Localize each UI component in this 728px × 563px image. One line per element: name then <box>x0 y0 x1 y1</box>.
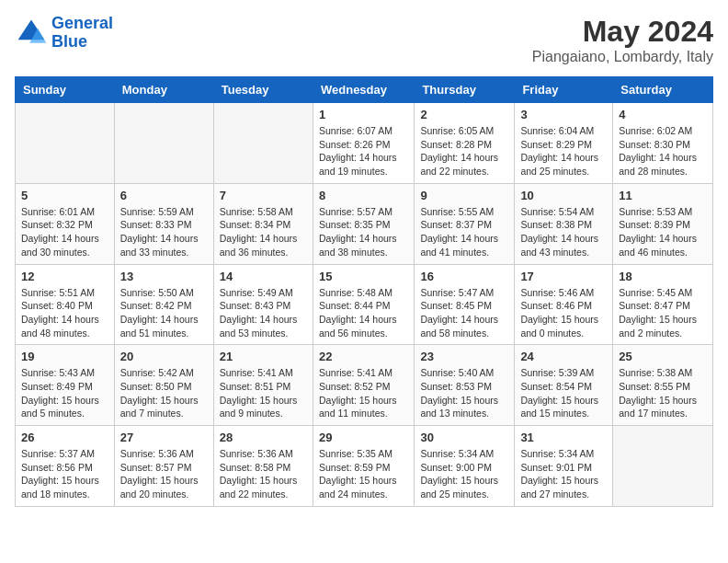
day-info: Sunrise: 6:01 AM Sunset: 8:32 PM Dayligh… <box>21 205 108 259</box>
day-info: Sunrise: 5:48 AM Sunset: 8:44 PM Dayligh… <box>319 286 408 340</box>
day-cell: 22Sunrise: 5:41 AM Sunset: 8:52 PM Dayli… <box>313 345 414 426</box>
day-number: 14 <box>220 270 307 283</box>
week-row-5: 26Sunrise: 5:37 AM Sunset: 8:56 PM Dayli… <box>16 426 713 507</box>
day-info: Sunrise: 5:35 AM Sunset: 8:59 PM Dayligh… <box>319 447 408 501</box>
day-info: Sunrise: 5:47 AM Sunset: 8:45 PM Dayligh… <box>420 286 508 340</box>
day-number: 23 <box>420 350 508 363</box>
day-cell: 3Sunrise: 6:04 AM Sunset: 8:29 PM Daylig… <box>515 103 613 184</box>
day-cell <box>613 426 713 507</box>
day-info: Sunrise: 5:54 AM Sunset: 8:38 PM Dayligh… <box>520 205 607 259</box>
week-row-4: 19Sunrise: 5:43 AM Sunset: 8:49 PM Dayli… <box>16 345 713 426</box>
day-cell: 6Sunrise: 5:59 AM Sunset: 8:33 PM Daylig… <box>114 183 213 264</box>
day-number: 6 <box>120 189 208 202</box>
day-cell: 27Sunrise: 5:36 AM Sunset: 8:57 PM Dayli… <box>114 426 213 507</box>
day-cell: 8Sunrise: 5:57 AM Sunset: 8:35 PM Daylig… <box>313 183 414 264</box>
weekday-header-tuesday: Tuesday <box>213 77 313 103</box>
day-info: Sunrise: 5:55 AM Sunset: 8:37 PM Dayligh… <box>420 205 508 259</box>
day-info: Sunrise: 5:38 AM Sunset: 8:55 PM Dayligh… <box>619 366 707 420</box>
day-number: 5 <box>21 189 108 202</box>
day-cell: 7Sunrise: 5:58 AM Sunset: 8:34 PM Daylig… <box>213 183 313 264</box>
day-cell: 11Sunrise: 5:53 AM Sunset: 8:39 PM Dayli… <box>613 183 713 264</box>
weekday-header-wednesday: Wednesday <box>313 77 414 103</box>
day-cell: 10Sunrise: 5:54 AM Sunset: 8:38 PM Dayli… <box>515 183 613 264</box>
day-info: Sunrise: 5:36 AM Sunset: 8:58 PM Dayligh… <box>220 447 307 501</box>
day-number: 26 <box>21 431 108 444</box>
logo-icon <box>15 17 48 50</box>
day-cell: 4Sunrise: 6:02 AM Sunset: 8:30 PM Daylig… <box>613 103 713 184</box>
day-cell: 30Sunrise: 5:34 AM Sunset: 9:00 PM Dayli… <box>415 426 515 507</box>
day-info: Sunrise: 5:40 AM Sunset: 8:53 PM Dayligh… <box>420 366 508 420</box>
day-info: Sunrise: 5:41 AM Sunset: 8:52 PM Dayligh… <box>319 366 408 420</box>
day-info: Sunrise: 5:36 AM Sunset: 8:57 PM Dayligh… <box>120 447 208 501</box>
day-info: Sunrise: 5:43 AM Sunset: 8:49 PM Dayligh… <box>21 366 108 420</box>
day-number: 17 <box>520 270 607 283</box>
day-info: Sunrise: 5:58 AM Sunset: 8:34 PM Dayligh… <box>220 205 307 259</box>
day-cell: 26Sunrise: 5:37 AM Sunset: 8:56 PM Dayli… <box>16 426 115 507</box>
day-cell: 12Sunrise: 5:51 AM Sunset: 8:40 PM Dayli… <box>16 264 115 345</box>
day-number: 28 <box>220 431 307 444</box>
day-info: Sunrise: 6:07 AM Sunset: 8:26 PM Dayligh… <box>319 124 408 178</box>
day-info: Sunrise: 5:50 AM Sunset: 8:42 PM Dayligh… <box>120 286 208 340</box>
logo-line2: Blue <box>51 32 87 51</box>
day-number: 7 <box>220 189 307 202</box>
day-info: Sunrise: 5:34 AM Sunset: 9:01 PM Dayligh… <box>520 447 607 501</box>
day-info: Sunrise: 6:02 AM Sunset: 8:30 PM Dayligh… <box>619 124 707 178</box>
week-row-3: 12Sunrise: 5:51 AM Sunset: 8:40 PM Dayli… <box>16 264 713 345</box>
day-cell: 19Sunrise: 5:43 AM Sunset: 8:49 PM Dayli… <box>16 345 115 426</box>
day-number: 10 <box>520 189 607 202</box>
day-info: Sunrise: 5:49 AM Sunset: 8:43 PM Dayligh… <box>220 286 307 340</box>
weekday-header-monday: Monday <box>114 77 213 103</box>
month-title: May 2024 <box>532 15 713 49</box>
day-info: Sunrise: 5:46 AM Sunset: 8:46 PM Dayligh… <box>520 286 607 340</box>
day-number: 3 <box>520 108 607 121</box>
day-cell <box>114 103 213 184</box>
day-number: 18 <box>619 270 707 283</box>
day-cell <box>213 103 313 184</box>
day-number: 9 <box>420 189 508 202</box>
logo-line1: General <box>51 14 113 32</box>
day-number: 24 <box>520 350 607 363</box>
day-number: 4 <box>619 108 707 121</box>
day-info: Sunrise: 5:34 AM Sunset: 9:00 PM Dayligh… <box>420 447 508 501</box>
day-cell: 15Sunrise: 5:48 AM Sunset: 8:44 PM Dayli… <box>313 264 414 345</box>
day-number: 16 <box>420 270 508 283</box>
day-cell: 17Sunrise: 5:46 AM Sunset: 8:46 PM Dayli… <box>515 264 613 345</box>
day-cell: 9Sunrise: 5:55 AM Sunset: 8:37 PM Daylig… <box>415 183 515 264</box>
day-cell <box>16 103 115 184</box>
day-cell: 23Sunrise: 5:40 AM Sunset: 8:53 PM Dayli… <box>415 345 515 426</box>
day-cell: 14Sunrise: 5:49 AM Sunset: 8:43 PM Dayli… <box>213 264 313 345</box>
day-info: Sunrise: 5:57 AM Sunset: 8:35 PM Dayligh… <box>319 205 408 259</box>
weekday-header-saturday: Saturday <box>613 77 713 103</box>
day-cell: 2Sunrise: 6:05 AM Sunset: 8:28 PM Daylig… <box>415 103 515 184</box>
day-info: Sunrise: 6:04 AM Sunset: 8:29 PM Dayligh… <box>520 124 607 178</box>
day-cell: 21Sunrise: 5:41 AM Sunset: 8:51 PM Dayli… <box>213 345 313 426</box>
title-block: May 2024 Piangaiano, Lombardy, Italy <box>532 15 713 65</box>
day-number: 19 <box>21 350 108 363</box>
day-info: Sunrise: 5:42 AM Sunset: 8:50 PM Dayligh… <box>120 366 208 420</box>
day-cell: 1Sunrise: 6:07 AM Sunset: 8:26 PM Daylig… <box>313 103 414 184</box>
day-number: 31 <box>520 431 607 444</box>
page-header: General Blue May 2024 Piangaiano, Lombar… <box>15 15 713 65</box>
week-row-1: 1Sunrise: 6:07 AM Sunset: 8:26 PM Daylig… <box>16 103 713 184</box>
day-number: 11 <box>619 189 707 202</box>
day-info: Sunrise: 5:39 AM Sunset: 8:54 PM Dayligh… <box>520 366 607 420</box>
day-cell: 31Sunrise: 5:34 AM Sunset: 9:01 PM Dayli… <box>515 426 613 507</box>
day-number: 15 <box>319 270 408 283</box>
day-info: Sunrise: 5:51 AM Sunset: 8:40 PM Dayligh… <box>21 286 108 340</box>
day-number: 1 <box>319 108 408 121</box>
day-number: 29 <box>319 431 408 444</box>
day-number: 2 <box>420 108 508 121</box>
day-cell: 29Sunrise: 5:35 AM Sunset: 8:59 PM Dayli… <box>313 426 414 507</box>
day-number: 30 <box>420 431 508 444</box>
day-number: 25 <box>619 350 707 363</box>
day-cell: 18Sunrise: 5:45 AM Sunset: 8:47 PM Dayli… <box>613 264 713 345</box>
day-cell: 28Sunrise: 5:36 AM Sunset: 8:58 PM Dayli… <box>213 426 313 507</box>
day-info: Sunrise: 5:37 AM Sunset: 8:56 PM Dayligh… <box>21 447 108 501</box>
day-cell: 13Sunrise: 5:50 AM Sunset: 8:42 PM Dayli… <box>114 264 213 345</box>
week-row-2: 5Sunrise: 6:01 AM Sunset: 8:32 PM Daylig… <box>16 183 713 264</box>
weekday-header-thursday: Thursday <box>415 77 515 103</box>
location-title: Piangaiano, Lombardy, Italy <box>532 49 713 65</box>
weekday-header-friday: Friday <box>515 77 613 103</box>
weekday-header-row: SundayMondayTuesdayWednesdayThursdayFrid… <box>16 77 713 103</box>
day-cell: 24Sunrise: 5:39 AM Sunset: 8:54 PM Dayli… <box>515 345 613 426</box>
